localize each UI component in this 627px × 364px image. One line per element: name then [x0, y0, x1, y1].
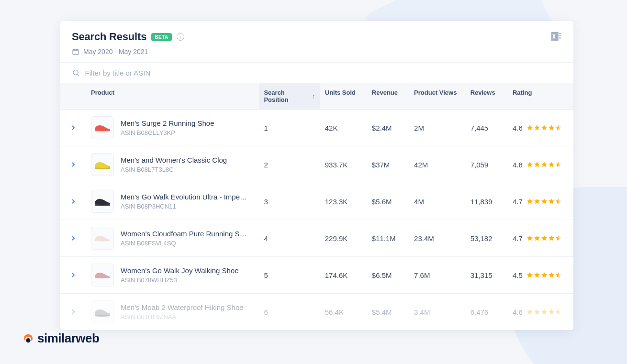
expand-row-button[interactable]	[60, 161, 86, 168]
cell-product-views: 2M	[409, 117, 466, 139]
cell-product-views: 42M	[409, 154, 466, 176]
product-cell: Men's and Women's Classic Clog ASIN B08L…	[86, 146, 259, 183]
beta-badge: BETA	[151, 33, 171, 41]
cell-revenue: $37M	[367, 154, 409, 176]
star-rating-icon	[526, 272, 562, 278]
product-name-link[interactable]: Women's Cloudfoam Pure Running Shoe	[121, 230, 250, 238]
search-icon	[72, 68, 80, 77]
column-reviews[interactable]: Reviews	[466, 83, 508, 109]
cell-reviews: 7,445	[466, 117, 508, 139]
rating-value: 4.7	[513, 198, 523, 206]
cell-rating: 4.6	[508, 301, 573, 323]
cell-units-sold: 56.4K	[320, 301, 367, 323]
cell-product-views: 7.6M	[409, 265, 466, 286]
cell-rating: 4.6	[508, 117, 573, 139]
svg-rect-4	[73, 49, 78, 55]
cell-position: 4	[259, 228, 320, 249]
date-range-text: May 2020 - May 2021	[83, 48, 148, 55]
cell-units-sold: 933.7K	[320, 154, 367, 176]
cell-position: 5	[259, 265, 320, 286]
search-results-panel: Search Results BETA i May 2020 - May 202…	[60, 21, 573, 330]
cell-units-sold: 174.6K	[320, 265, 367, 286]
product-thumbnail	[91, 153, 114, 176]
expand-row-button[interactable]	[60, 309, 86, 315]
cell-units-sold: 123.3K	[320, 191, 367, 212]
rating-value: 4.6	[513, 124, 523, 132]
cell-product-views: 3.4M	[409, 301, 466, 323]
product-cell: Men's Surge 2 Running Shoe ASIN B08GLLY3…	[86, 110, 259, 146]
svg-rect-0	[551, 32, 559, 41]
table-body: Men's Surge 2 Running Shoe ASIN B08GLLY3…	[60, 110, 573, 330]
cell-revenue: $5.4M	[367, 301, 409, 323]
expand-row-button[interactable]	[60, 198, 86, 205]
star-rating-icon	[526, 309, 562, 315]
product-name-link[interactable]: Men's Moab 2 Waterproof Hiking Shoe	[121, 303, 244, 311]
column-revenue[interactable]: Revenue	[367, 83, 409, 109]
column-product[interactable]: Product	[86, 83, 259, 109]
rating-value: 4.6	[513, 308, 523, 316]
product-asin: ASIN B078WHHZ53	[121, 276, 239, 284]
product-name-link[interactable]: Men's Go Walk Evolution Ultra - Impecca…	[121, 193, 250, 201]
product-cell: Men's Go Walk Evolution Ultra - Impecca……	[86, 183, 259, 220]
table-row: Women's Go Walk Joy Walking Shoe ASIN B0…	[60, 257, 573, 294]
product-thumbnail	[91, 264, 114, 287]
svg-rect-3	[559, 37, 561, 38]
cell-position: 2	[259, 154, 320, 176]
table-row: Men's and Women's Classic Clog ASIN B08L…	[60, 146, 573, 183]
product-name-link[interactable]: Men's and Women's Classic Clog	[121, 156, 227, 164]
cell-units-sold: 229.9K	[320, 228, 367, 249]
date-range-selector[interactable]: May 2020 - May 2021	[72, 48, 562, 55]
cell-position: 1	[259, 117, 320, 139]
cell-rating: 4.5	[508, 265, 573, 286]
svg-rect-1	[559, 33, 561, 34]
expand-row-button[interactable]	[60, 272, 86, 278]
svg-point-18	[26, 338, 30, 342]
cell-reviews: 7,059	[466, 154, 508, 176]
table-row: Men's Moab 2 Waterproof Hiking Shoe ASIN…	[60, 294, 573, 330]
table-header: Product Search Position ↑ Units Sold Rev…	[60, 83, 573, 110]
cell-product-views: 4M	[409, 191, 466, 212]
cell-rating: 4.8	[508, 154, 573, 176]
page-title: Search Results	[72, 31, 146, 43]
cell-revenue: $2.4M	[367, 117, 409, 139]
expand-row-button[interactable]	[60, 235, 86, 242]
product-thumbnail	[91, 227, 114, 250]
star-rating-icon	[526, 124, 562, 131]
product-asin: ASIN B08L7T3L8C	[121, 166, 227, 173]
cell-product-views: 23.4M	[409, 228, 466, 249]
star-rating-icon	[526, 198, 562, 205]
cell-revenue: $5.6M	[367, 191, 409, 212]
export-excel-button[interactable]	[549, 30, 563, 43]
table-row: Men's Go Walk Evolution Ultra - Impecca……	[60, 183, 573, 220]
column-rating[interactable]: Rating	[508, 83, 573, 109]
star-rating-icon	[526, 161, 562, 168]
cell-rating: 4.7	[508, 191, 573, 212]
product-name-link[interactable]: Women's Go Walk Joy Walking Shoe	[121, 266, 239, 275]
cell-reviews: 31,315	[466, 265, 508, 286]
cell-reviews: 53,182	[466, 228, 508, 249]
logo-icon	[23, 333, 34, 344]
filter-input[interactable]	[85, 69, 562, 77]
cell-position: 6	[259, 301, 320, 323]
logo-text: similarweb	[37, 331, 99, 346]
rating-value: 4.5	[513, 271, 523, 279]
product-thumbnail	[91, 300, 114, 323]
column-search-position[interactable]: Search Position ↑	[259, 83, 320, 109]
calendar-icon	[72, 48, 79, 55]
info-icon[interactable]: i	[177, 33, 184, 41]
product-asin: ASIN B08GLLY3KP	[121, 129, 214, 136]
table-row: Men's Surge 2 Running Shoe ASIN B08GLLY3…	[60, 110, 573, 146]
product-thumbnail	[91, 190, 114, 213]
cell-reviews: 11,839	[466, 191, 508, 212]
expand-row-button[interactable]	[60, 124, 86, 131]
star-rating-icon	[526, 235, 562, 242]
cell-reviews: 6,476	[466, 301, 508, 323]
product-name-link[interactable]: Men's Surge 2 Running Shoe	[121, 119, 214, 127]
cell-position: 3	[259, 191, 320, 212]
column-product-views[interactable]: Product Views	[409, 83, 466, 109]
svg-point-5	[73, 70, 78, 75]
column-units-sold[interactable]: Units Sold	[320, 83, 367, 109]
cell-revenue: $6.5M	[367, 265, 409, 286]
cell-revenue: $11.1M	[367, 228, 409, 249]
product-thumbnail	[91, 116, 114, 139]
